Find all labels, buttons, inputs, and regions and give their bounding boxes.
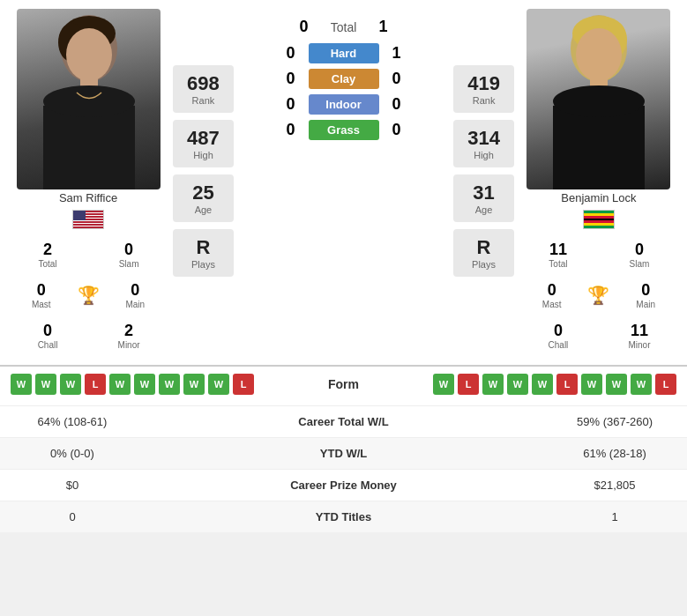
hard-button[interactable]: Hard bbox=[309, 43, 379, 63]
left-minor-value: 2 bbox=[90, 322, 168, 340]
right-trophy-icon: 🏆 bbox=[587, 285, 609, 306]
hard-right-score: 1 bbox=[388, 44, 406, 63]
right-player-photo bbox=[526, 9, 670, 189]
right-mast-stat: 0 Mast bbox=[519, 277, 585, 314]
left-form-badge-l: L bbox=[85, 374, 106, 395]
right-rank-value: 419 bbox=[467, 72, 500, 95]
hard-row: 0 Hard 1 bbox=[282, 43, 406, 63]
svg-point-3 bbox=[66, 28, 112, 81]
left-age-value: 25 bbox=[187, 182, 220, 204]
left-rank-value: 698 bbox=[187, 72, 220, 95]
right-form-badge-w: W bbox=[631, 374, 652, 395]
left-player-column: Sam Riffice 2 Total 0 Slam 0 bbox=[7, 9, 169, 354]
left-form-badge-w: W bbox=[11, 374, 32, 395]
right-plays-value: R bbox=[467, 236, 500, 259]
right-form-badge-l: L bbox=[458, 374, 479, 395]
svg-point-5 bbox=[43, 85, 135, 117]
right-player-column: Benjamin Lock 11 Total 0 Slam 0 bbox=[518, 9, 680, 354]
players-section: Sam Riffice 2 Total 0 Slam 0 bbox=[0, 0, 687, 354]
total-right-score: 1 bbox=[375, 18, 392, 36]
left-high-value: 487 bbox=[187, 127, 220, 150]
left-form-badge-w: W bbox=[183, 374, 205, 395]
indoor-row: 0 Indoor 0 bbox=[282, 94, 406, 115]
right-minor-value: 11 bbox=[601, 322, 678, 340]
left-player-photo bbox=[17, 9, 161, 189]
stats-row-2-left: $0 bbox=[11, 479, 134, 492]
left-total-label: Total bbox=[9, 259, 86, 269]
form-label: Form bbox=[309, 377, 379, 391]
clay-button[interactable]: Clay bbox=[309, 69, 379, 89]
left-player-stats: 2 Total 0 Slam 0 Mast 🏆 0 Main bbox=[7, 236, 169, 354]
svg-point-9 bbox=[576, 28, 622, 81]
left-form-badge-w: W bbox=[60, 374, 81, 395]
right-player-flag bbox=[583, 210, 615, 229]
stats-row-3: 0YTD Titles1 bbox=[0, 501, 687, 532]
form-section: WWWLWWWWWL Form WLWWWLWWWL bbox=[0, 365, 687, 405]
left-form-badge-w: W bbox=[159, 374, 180, 395]
right-main-stat: 0 Main bbox=[613, 277, 678, 314]
stats-row-3-right: 1 bbox=[553, 510, 676, 523]
left-plays-label: Plays bbox=[187, 259, 220, 270]
stats-section: 64% (108-61)Career Total W/L59% (367-260… bbox=[0, 405, 687, 532]
right-high-panel: 314 High bbox=[453, 120, 514, 167]
right-mast-label: Mast bbox=[521, 300, 583, 309]
left-rank-panel: 698 Rank bbox=[173, 65, 234, 113]
stats-row-2-right: $21,805 bbox=[553, 479, 676, 492]
right-total-stat: 11 Total bbox=[518, 236, 599, 273]
right-rank-panels: 419 Rank 314 High 31 Age R Plays bbox=[450, 9, 518, 280]
left-rank-panels: 698 Rank 487 High 25 Age R Plays bbox=[169, 9, 237, 280]
total-row: 0 Total 1 bbox=[295, 18, 392, 36]
stats-row-0-right: 59% (367-260) bbox=[553, 415, 676, 428]
right-plays-panel: R Plays bbox=[453, 229, 514, 277]
right-form-badge-w: W bbox=[482, 374, 504, 395]
clay-row: 0 Clay 0 bbox=[282, 69, 406, 89]
right-total-label: Total bbox=[519, 259, 597, 269]
center-scores: 0 Total 1 0 Hard 1 0 Clay 0 0 Indoor 0 bbox=[237, 9, 450, 145]
right-form-badges: WLWWWLWWWL bbox=[433, 374, 676, 395]
clay-right-score: 0 bbox=[388, 70, 406, 88]
left-form-badge-w: W bbox=[35, 374, 56, 395]
right-player-name-label: Benjamin Lock bbox=[561, 189, 636, 210]
right-chall-label: Chall bbox=[519, 340, 597, 350]
left-form-badge-w: W bbox=[134, 374, 155, 395]
right-minor-label: Minor bbox=[601, 340, 678, 350]
form-row: WWWLWWWWWL Form WLWWWLWWWL bbox=[11, 374, 676, 395]
right-plays-label: Plays bbox=[467, 259, 500, 270]
right-form-badge-w: W bbox=[606, 374, 627, 395]
right-form-badge-l: L bbox=[655, 374, 676, 395]
left-rank-label: Rank bbox=[187, 95, 220, 106]
stats-row-2-label: Career Prize Money bbox=[134, 479, 553, 492]
left-mast-label: Mast bbox=[11, 300, 72, 309]
grass-left-score: 0 bbox=[282, 121, 300, 139]
total-left-score: 0 bbox=[295, 18, 313, 36]
left-form-badges: WWWLWWWWWL bbox=[11, 374, 254, 395]
right-age-label: Age bbox=[467, 204, 500, 215]
svg-point-11 bbox=[553, 85, 645, 117]
left-player-name-label: Sam Riffice bbox=[59, 189, 117, 210]
grass-button[interactable]: Grass bbox=[309, 120, 379, 140]
left-chall-label: Chall bbox=[9, 340, 86, 350]
grass-right-score: 0 bbox=[388, 121, 406, 139]
left-high-label: High bbox=[187, 150, 220, 160]
hard-left-score: 0 bbox=[282, 44, 300, 63]
grass-row: 0 Grass 0 bbox=[282, 120, 406, 140]
clay-left-score: 0 bbox=[282, 70, 300, 88]
left-age-panel: 25 Age bbox=[173, 174, 234, 222]
indoor-button[interactable]: Indoor bbox=[309, 94, 379, 115]
left-main-stat: 0 Main bbox=[102, 277, 168, 314]
right-form-badge-w: W bbox=[507, 374, 528, 395]
stats-row-3-left: 0 bbox=[11, 510, 134, 523]
right-slam-stat: 0 Slam bbox=[599, 236, 680, 273]
stats-row-0: 64% (108-61)Career Total W/L59% (367-260… bbox=[0, 405, 687, 437]
right-form-badge-w: W bbox=[433, 374, 454, 395]
right-main-label: Main bbox=[615, 300, 676, 309]
right-form-badge-w: W bbox=[581, 374, 602, 395]
left-main-label: Main bbox=[104, 300, 166, 309]
right-age-value: 31 bbox=[467, 182, 500, 204]
left-total-stat: 2 Total bbox=[7, 236, 88, 273]
stats-row-1-label: YTD W/L bbox=[134, 447, 553, 460]
left-plays-value: R bbox=[187, 236, 220, 259]
right-rank-label: Rank bbox=[467, 95, 500, 106]
indoor-right-score: 0 bbox=[388, 95, 406, 114]
right-high-label: High bbox=[467, 150, 500, 160]
